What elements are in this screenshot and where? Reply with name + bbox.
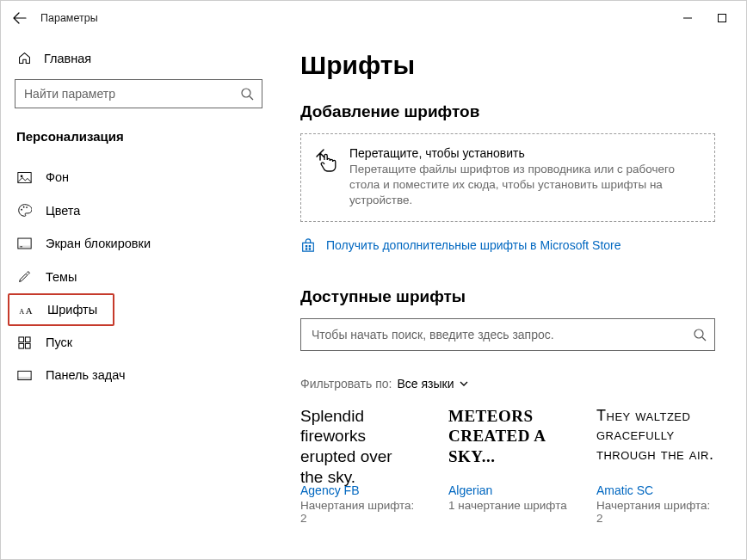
maximize-icon	[717, 13, 727, 23]
add-fonts-heading: Добавление шрифтов	[300, 102, 715, 121]
svg-rect-11	[20, 246, 22, 247]
sidebar-item-label: Пуск	[46, 335, 72, 349]
search-input[interactable]	[15, 79, 262, 108]
sidebar: Главная Персонализация Фон Цвета Э	[1, 35, 276, 559]
ms-store-fonts-link[interactable]: Получить дополнительные шрифты в Microso…	[300, 237, 715, 253]
sidebar-home[interactable]: Главная	[1, 42, 276, 74]
svg-rect-15	[25, 336, 30, 342]
start-icon	[16, 336, 32, 349]
svg-rect-20	[306, 245, 307, 247]
filter-value: Все языки	[397, 377, 454, 391]
sidebar-search	[15, 79, 262, 108]
svg-point-5	[20, 175, 22, 177]
font-filter[interactable]: Фильтровать по: Все языки	[300, 377, 715, 391]
store-link-label: Получить дополнительные шрифты в Microso…	[326, 238, 621, 252]
font-name-link[interactable]: Algerian	[448, 483, 567, 497]
picture-icon	[16, 171, 32, 184]
svg-point-6	[21, 209, 22, 211]
font-preview: They waltzed gracefully through the air.	[596, 406, 715, 475]
svg-rect-17	[25, 343, 30, 348]
drag-hand-icon	[315, 146, 337, 209]
dropzone-title: Перетащите, чтобы установить	[349, 146, 701, 160]
sidebar-item-start[interactable]: Пуск	[1, 326, 276, 359]
sidebar-item-label: Шрифты	[47, 303, 97, 317]
font-name-link[interactable]: Amatic SC	[596, 483, 715, 497]
svg-rect-22	[306, 248, 307, 249]
sidebar-item-label: Экран блокировки	[46, 237, 151, 250]
maximize-button[interactable]	[705, 5, 739, 31]
svg-point-7	[22, 206, 24, 208]
sidebar-item-colors[interactable]: Цвета	[1, 194, 276, 227]
font-meta: Начертания шрифта: 2	[300, 499, 419, 525]
font-name-link[interactable]: Agency FB	[300, 483, 419, 497]
sidebar-item-themes[interactable]: Темы	[1, 260, 276, 293]
sidebar-item-label: Цвета	[46, 204, 80, 218]
svg-rect-23	[309, 248, 311, 249]
available-fonts-heading: Доступные шрифты	[300, 287, 715, 306]
filter-label: Фильтровать по:	[300, 377, 392, 391]
svg-rect-1	[719, 15, 726, 22]
sidebar-item-fonts[interactable]: AA Шрифты	[8, 293, 114, 326]
font-search-input[interactable]	[300, 318, 715, 351]
palette-icon	[16, 203, 32, 218]
svg-rect-14	[18, 336, 23, 342]
font-card[interactable]: They waltzed gracefully through the air.…	[596, 406, 715, 525]
window-title: Параметры	[40, 12, 98, 24]
svg-rect-21	[309, 245, 311, 247]
fonts-icon: AA	[18, 304, 34, 317]
back-button[interactable]	[8, 11, 32, 25]
arrow-left-icon	[13, 11, 27, 25]
sidebar-item-background[interactable]: Фон	[1, 161, 276, 194]
sidebar-item-taskbar[interactable]: Панель задач	[1, 359, 276, 391]
font-dropzone[interactable]: Перетащите, чтобы установить Перетащите …	[300, 133, 715, 222]
minimize-button[interactable]	[670, 5, 705, 31]
chevron-down-icon	[459, 378, 469, 389]
sidebar-item-label: Фон	[46, 170, 69, 184]
svg-text:A: A	[19, 307, 24, 315]
minimize-icon	[682, 13, 693, 23]
fonts-grid: Splendid fireworks erupted over the sky.…	[300, 406, 715, 525]
sidebar-home-label: Главная	[44, 52, 91, 65]
dropzone-body: Перетащите файлы шрифтов из проводника и…	[349, 162, 701, 209]
taskbar-icon	[16, 370, 32, 381]
sidebar-item-label: Панель задач	[46, 368, 126, 382]
titlebar: Параметры	[1, 1, 746, 35]
svg-rect-4	[17, 172, 30, 182]
font-preview: METEORS CREATED A SKY...	[448, 406, 567, 475]
home-icon	[16, 51, 32, 65]
font-card[interactable]: Splendid fireworks erupted over the sky.…	[300, 406, 419, 525]
svg-point-8	[26, 206, 28, 208]
lockscreen-icon	[16, 237, 32, 249]
sidebar-item-label: Темы	[46, 270, 77, 284]
themes-icon	[16, 269, 32, 284]
font-meta: 1 начертание шрифта	[448, 499, 567, 512]
font-preview: Splendid fireworks erupted over the sky.	[300, 406, 419, 475]
font-search	[300, 318, 715, 351]
svg-rect-19	[17, 377, 30, 379]
svg-rect-16	[18, 343, 23, 348]
font-meta: Начертания шрифта: 2	[596, 499, 715, 525]
svg-text:A: A	[25, 305, 32, 315]
store-bag-icon	[300, 237, 316, 253]
page-title: Шрифты	[300, 51, 715, 80]
sidebar-section-heading: Персонализация	[1, 120, 276, 161]
content-area: Шрифты Добавление шрифтов Перетащите, чт…	[276, 35, 746, 559]
sidebar-item-lockscreen[interactable]: Экран блокировки	[1, 227, 276, 260]
font-card[interactable]: METEORS CREATED A SKY... Algerian 1 наче…	[448, 406, 567, 525]
